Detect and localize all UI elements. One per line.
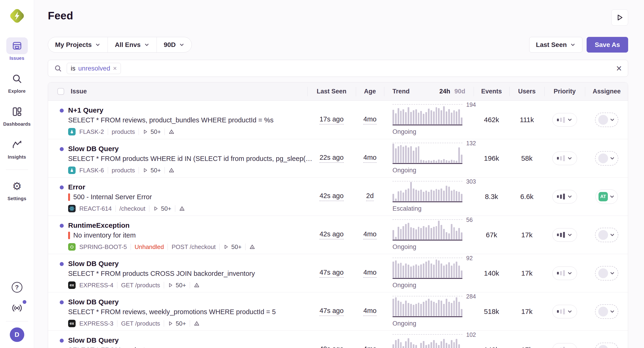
assignee-select[interactable]	[595, 113, 618, 127]
sidebar-item-issues[interactable]: Issues	[6, 37, 28, 61]
trend-90d-toggle[interactable]: 90d	[454, 88, 465, 95]
project-slug: REACT-614	[79, 205, 112, 212]
trend-baseline	[392, 125, 462, 125]
sort-dropdown[interactable]: Last Seen	[529, 37, 582, 53]
sidebar-item-label: Insights	[8, 154, 26, 160]
search-clear-icon[interactable]: ×	[616, 64, 622, 73]
replay-count[interactable]: 50+	[168, 282, 186, 289]
sidebar-divider	[6, 321, 28, 321]
issue-row[interactable]: Slow DB Query SELECT * FROM products WHE…	[48, 139, 628, 177]
replay-count[interactable]: 50+	[168, 320, 186, 327]
priority-select[interactable]	[552, 305, 577, 318]
app-logo[interactable]	[8, 7, 26, 25]
age-value[interactable]: 4mo	[363, 345, 376, 348]
token-remove-icon[interactable]: ×	[113, 65, 117, 72]
issue-row[interactable]: Slow DB Query SELECT * FROM products CRO…	[48, 254, 628, 292]
unresolved-status-dot	[60, 262, 64, 266]
priority-select[interactable]	[552, 113, 577, 127]
sidebar-item-label: Explore	[8, 89, 26, 94]
assignee-select[interactable]	[595, 228, 618, 242]
transaction-tag: products	[112, 128, 135, 135]
age-value[interactable]: 2d	[366, 192, 374, 201]
last-seen-value[interactable]: 47s ago	[320, 269, 344, 278]
help-circle-icon[interactable]: ?	[12, 282, 22, 293]
environment-filter-dropdown[interactable]: All Envs	[108, 37, 156, 52]
issue-row[interactable]: RuntimeException No inventory for item S…	[48, 216, 628, 254]
replay-count[interactable]: 50+	[142, 167, 161, 174]
issues-table: Issue Last Seen Age Trend 24h 90d Events…	[48, 82, 628, 348]
issue-row[interactable]: Error 500 - Internal Server Error	[48, 177, 628, 216]
age-value[interactable]: 4mo	[363, 269, 376, 278]
flask-icon	[68, 167, 76, 174]
chevron-down-icon	[95, 42, 100, 48]
issue-subtitle: SELECT * FROM products WHERE id IN (SELE…	[68, 155, 312, 163]
last-seen-value[interactable]: 49s ago	[320, 345, 344, 348]
last-seen-value[interactable]: 42s ago	[320, 230, 344, 239]
issue-title[interactable]: Slow DB Query	[68, 336, 200, 344]
project-slug: FLASK-6	[79, 167, 104, 174]
last-seen-value[interactable]: 47s ago	[320, 307, 344, 316]
column-age[interactable]: Age	[356, 83, 384, 100]
last-seen-value[interactable]: 17s ago	[320, 115, 344, 125]
issue-row[interactable]: N+1 Query SELECT * FROM reviews, product…	[48, 101, 628, 139]
sidebar-item-settings[interactable]: ⚙ Settings	[6, 178, 28, 201]
trend-sparkline	[392, 143, 462, 163]
priority-select[interactable]	[552, 190, 577, 203]
search-token-is-unresolved[interactable]: is unresolved ×	[67, 63, 121, 74]
transaction-tag: GET /products	[121, 320, 160, 327]
issue-title[interactable]: Slow DB Query	[68, 260, 255, 268]
age-value[interactable]: 4mo	[363, 154, 376, 163]
column-users[interactable]: Users	[509, 83, 544, 100]
events-count: 140k	[484, 269, 499, 277]
replay-count[interactable]: 50+	[142, 128, 161, 135]
sidebar-item-insights[interactable]: Insights	[6, 136, 28, 160]
avatar-placeholder	[598, 268, 608, 278]
user-avatar[interactable]: D	[10, 327, 24, 342]
column-events[interactable]: Events	[474, 83, 509, 100]
priority-select[interactable]	[552, 343, 577, 348]
priority-select[interactable]	[552, 228, 577, 242]
sidebar-item-dashboards[interactable]: Dashboards	[3, 103, 31, 127]
trend-24h-toggle[interactable]: 24h	[439, 88, 450, 95]
save-as-button[interactable]: Save As	[586, 37, 628, 53]
age-value[interactable]: 4mo	[363, 307, 376, 316]
project-filter-label: My Projects	[55, 41, 92, 49]
assignee-select[interactable]: AT	[596, 189, 618, 204]
assignee-select[interactable]	[595, 304, 618, 319]
notification-dot	[23, 300, 26, 304]
issue-row[interactable]: Slow DB Query SELECT * FROM reviews, wee…	[48, 292, 628, 330]
issue-title[interactable]: N+1 Query	[68, 106, 274, 114]
assignee-select[interactable]	[595, 266, 618, 280]
chevron-down-icon	[567, 117, 572, 123]
replay-count[interactable]: 50+	[153, 205, 171, 212]
issue-title[interactable]: Error	[68, 183, 185, 191]
issue-title[interactable]: Slow DB Query	[68, 298, 276, 306]
replay-tour-button[interactable]	[611, 9, 628, 26]
assignee-select[interactable]	[595, 151, 618, 166]
chevron-down-icon	[610, 347, 615, 348]
issue-search-bar[interactable]: is unresolved × ×	[48, 60, 628, 77]
sidebar-item-label: Settings	[8, 196, 26, 201]
select-all-checkbox[interactable]	[58, 88, 64, 95]
sidebar-item-label: Issues	[10, 56, 24, 61]
sidebar-item-explore[interactable]: Explore	[6, 70, 28, 94]
last-seen-value[interactable]: 42s ago	[320, 192, 344, 201]
column-last-seen[interactable]: Last Seen	[307, 83, 356, 100]
priority-select[interactable]	[552, 266, 577, 280]
project-filter-dropdown[interactable]: My Projects	[48, 37, 108, 52]
assignee-select[interactable]	[595, 343, 618, 348]
priority-select[interactable]	[552, 152, 577, 165]
replay-count[interactable]: 50+	[223, 243, 242, 251]
issue-title[interactable]: RuntimeException	[68, 221, 255, 229]
trend-peak-value: 92	[466, 255, 473, 262]
age-value[interactable]: 4mo	[363, 115, 376, 125]
issue-title[interactable]: Slow DB Query	[68, 145, 300, 153]
issue-row[interactable]: Slow DB Query SELECT * FROM products ex …	[48, 330, 628, 348]
avatar-placeholder	[598, 230, 608, 240]
whats-new-button[interactable]	[11, 303, 23, 314]
chevron-down-icon	[179, 42, 184, 48]
last-seen-value[interactable]: 22s ago	[320, 154, 344, 163]
age-value[interactable]: 4mo	[363, 230, 376, 239]
alert-triangle-icon	[194, 320, 200, 326]
date-range-dropdown[interactable]: 90D	[156, 37, 192, 52]
